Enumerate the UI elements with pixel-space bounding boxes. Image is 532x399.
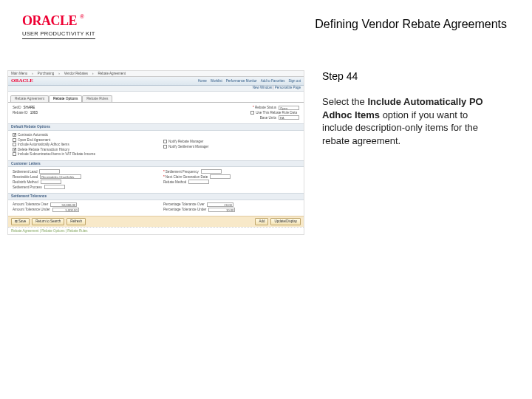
lbl-base-units: Base Units — [260, 116, 276, 120]
step-label: Step 44 — [318, 70, 495, 82]
brand-block: ORACLE ® USER PRODUCTIVITY KIT — [22, 13, 95, 39]
return-button[interactable]: Return to Search — [32, 218, 64, 225]
update-display-button[interactable]: Update/Display — [270, 218, 301, 225]
section-default-rebate-options: Default Rebate Options — [8, 123, 304, 131]
input-pct-tol-under[interactable]: 10.00 — [208, 208, 235, 212]
app-screenshot: Main Menu › Purchasing › Vendor Rebates … — [7, 70, 304, 235]
val-rebate-id: 1003 — [30, 111, 38, 115]
val-setid: SHARE — [24, 106, 35, 110]
lbl-rebate-id: Rebate ID — [13, 111, 28, 115]
nav-perf[interactable]: Performance Monitor — [226, 79, 257, 83]
input-redistrib[interactable] — [41, 180, 61, 184]
crumb: Vendor Rebates — [64, 72, 88, 75]
input-settle-freq[interactable] — [201, 169, 222, 174]
tab-rebate-rules[interactable]: Rebate Rules — [82, 95, 112, 102]
input-next-claim-date[interactable] — [210, 174, 231, 179]
chk-notify-settle-mgr[interactable] — [163, 145, 167, 149]
tabstrip: Rebate Agreement Rebate Options Rebate R… — [8, 93, 304, 103]
crumb: Rebate Agreement — [98, 72, 126, 75]
lbl-status: Rebate Status — [253, 106, 276, 110]
chk-delete-history[interactable] — [13, 148, 16, 151]
app-header: ORACLE Home Worklist Performance Monitor… — [8, 77, 304, 86]
nav-home[interactable]: Home — [198, 79, 207, 83]
save-button[interactable]: Save — [11, 218, 30, 225]
input-status[interactable]: Open — [279, 106, 299, 110]
chk-open-end[interactable] — [13, 138, 16, 142]
footer-links: Rebate Agreement | Rebate Options | Reba… — [8, 227, 304, 234]
section-settlement-tolerance: Settlement Tolerance — [8, 193, 304, 200]
crumb: Main Menu — [11, 72, 27, 75]
chk-notify-rebate-mgr[interactable] — [163, 140, 167, 143]
input-pct-tol-over[interactable]: 20.00 — [207, 202, 233, 207]
tab-rebate-options[interactable]: Rebate Options — [49, 95, 82, 102]
chk-include-adhoc[interactable] — [13, 143, 16, 146]
brand-word: ORACLE — [22, 13, 77, 29]
app-brand: ORACLE — [11, 78, 33, 83]
input-settlement-process[interactable] — [44, 185, 65, 189]
lbl-use-rule: Use This Rebate Rule Data — [256, 111, 297, 115]
input-amt-tol-under[interactable]: 5,000.00 — [52, 208, 79, 212]
add-button[interactable]: Add — [255, 218, 268, 225]
input-rebate-method[interactable] — [188, 180, 209, 184]
link-personalize[interactable]: Personalize Page — [275, 86, 301, 91]
chk-use-rule[interactable] — [250, 111, 254, 115]
page-title: Defining Vendor Rebate Agreements — [315, 13, 507, 31]
input-recv-lead[interactable]: Receivables Chartfields — [40, 174, 81, 179]
chk-include-subcontracted[interactable] — [13, 152, 16, 156]
section-customer-letters: Customer Letters — [8, 160, 304, 168]
action-bar: Save Return to Search Refresh Add Update… — [8, 216, 304, 227]
link-new-window[interactable]: New Window — [253, 86, 272, 91]
nav-add-fav[interactable]: Add to Favorites — [261, 79, 285, 83]
input-base-units[interactable]: EA — [279, 115, 299, 120]
instruction-text: Select the Include Automatically PO Adho… — [318, 95, 495, 147]
chk-contracts-auto[interactable] — [13, 133, 16, 137]
brand-sub: USER PRODUCTIVITY KIT — [22, 30, 95, 39]
crumb: Purchasing — [38, 72, 55, 75]
reg-mark: ® — [80, 13, 84, 20]
lbl-setid: SetID — [13, 106, 21, 110]
nav-signout[interactable]: Sign out — [288, 79, 301, 83]
sub-bar: New Window | Personalize Page — [8, 86, 304, 92]
refresh-button[interactable]: Refresh — [66, 218, 86, 225]
input-settlement-lead[interactable] — [39, 169, 60, 174]
tab-rebate-agreement[interactable]: Rebate Agreement — [10, 95, 49, 102]
breadcrumb: Main Menu › Purchasing › Vendor Rebates … — [8, 71, 304, 77]
nav-worklist[interactable]: Worklist — [211, 79, 222, 83]
input-amt-tol-over[interactable]: 50,000.00 — [50, 202, 77, 207]
